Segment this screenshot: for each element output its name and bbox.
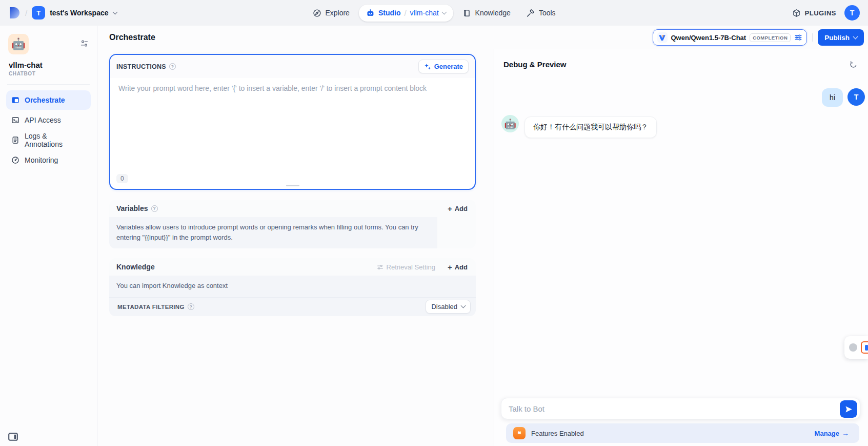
features-enabled-label: Features Enabled xyxy=(531,430,584,437)
add-label: Add xyxy=(455,263,468,271)
widget-logo-icon xyxy=(861,341,868,354)
variables-description: Variables allow users to introduce promp… xyxy=(109,217,437,248)
app-icon[interactable]: 🤖 xyxy=(8,34,29,54)
workspace-avatar[interactable]: T xyxy=(32,6,45,20)
paper-plane-icon xyxy=(844,405,853,414)
publish-button[interactable]: Publish xyxy=(818,29,864,46)
orchestrate-window-icon xyxy=(11,96,19,104)
arrow-right-icon xyxy=(842,429,849,437)
retrieval-setting-icon xyxy=(377,264,383,270)
floating-widget[interactable] xyxy=(844,336,868,359)
explore-icon xyxy=(312,9,321,17)
chat-history: hi T 🤖 你好！有什么问题我可以帮助你吗？ xyxy=(494,74,868,398)
retrieval-setting-label: Retrieval Setting xyxy=(387,263,435,271)
model-selector[interactable]: Qwen/Qwen1.5-7B-Chat COMPLETION xyxy=(653,29,808,46)
sidebar-item-label: Monitoring xyxy=(25,156,58,164)
metadata-filtering-row: METADATA FILTERING Disabled xyxy=(109,297,476,316)
features-bar: Features Enabled Manage xyxy=(506,423,859,443)
info-icon[interactable] xyxy=(188,303,194,310)
add-knowledge-button[interactable]: Add xyxy=(447,261,469,274)
chevron-down-icon[interactable] xyxy=(441,9,447,14)
plugins-label: PLUGINS xyxy=(805,9,836,17)
workspace-name[interactable]: test's Workspace xyxy=(50,9,108,17)
app-settings-icon[interactable] xyxy=(80,39,89,48)
page-title: Orchestrate xyxy=(109,33,155,42)
sidebar-item-label: Logs & Annotations xyxy=(25,132,86,148)
nav-explore[interactable]: Explore xyxy=(306,5,355,22)
plugins-button[interactable]: PLUGINS xyxy=(792,9,836,17)
knowledge-card: Knowledge Retrieval Setting Add You c xyxy=(109,258,476,316)
page-chrome: Orchestrate Qwen/Qwen1.5-7B-Chat COMPLET… xyxy=(97,26,868,49)
terminal-icon xyxy=(11,116,19,124)
logs-document-icon xyxy=(11,136,19,144)
instructions-input[interactable] xyxy=(112,79,473,174)
manage-label: Manage xyxy=(815,430,839,437)
variables-title: Variables xyxy=(116,204,148,212)
retrieval-setting-button[interactable]: Retrieval Setting xyxy=(374,263,438,272)
variables-card: Variables Add Variables allow users to i… xyxy=(109,200,476,248)
sidebar-item-logs-annotations[interactable]: Logs & Annotations xyxy=(6,130,91,150)
nav-tools[interactable]: Tools xyxy=(520,5,562,22)
nav-knowledge[interactable]: Knowledge xyxy=(456,5,517,22)
vllm-logo-icon xyxy=(657,32,668,43)
tools-hammer-icon xyxy=(526,9,535,17)
chrome-divider xyxy=(812,33,813,42)
instructions-title: INSTRUCTIONS xyxy=(116,63,166,70)
debug-preview-panel: Debug & Preview hi T 🤖 你好！有什么问题我可以帮助你吗？ xyxy=(494,49,868,446)
metadata-filtering-value: Disabled xyxy=(431,303,457,311)
resize-handle[interactable] xyxy=(286,185,299,186)
metadata-filtering-select[interactable]: Disabled xyxy=(426,300,471,314)
knowledge-description: You can import Knowledge as context xyxy=(109,276,476,297)
chevron-down-icon[interactable] xyxy=(112,9,117,14)
user-avatar[interactable]: T xyxy=(844,5,860,21)
sidebar-item-label: API Access xyxy=(25,116,61,124)
generate-button[interactable]: Generate xyxy=(418,60,469,73)
bot-avatar: 🤖 xyxy=(501,115,519,132)
sidebar-divider xyxy=(7,84,90,85)
sidebar-item-label: Orchestrate xyxy=(25,96,65,104)
chat-message-assistant: 🤖 你好！有什么问题我可以帮助你吗？ xyxy=(501,115,866,138)
top-nav: / T test's Workspace Explore Studio / vl… xyxy=(0,0,868,26)
sidebar-item-monitoring[interactable]: Monitoring xyxy=(6,150,91,170)
app-sidebar: 🤖 vllm-chat CHATBOT Orchestrate API Acce… xyxy=(0,26,97,446)
sparkles-icon xyxy=(424,63,431,70)
nav-app-label: vllm-chat xyxy=(410,9,439,17)
model-tuning-icon[interactable] xyxy=(794,33,802,42)
nav-knowledge-label: Knowledge xyxy=(475,9,511,17)
info-icon[interactable] xyxy=(169,63,176,70)
chevron-down-icon xyxy=(853,34,858,39)
chat-input[interactable] xyxy=(508,404,835,414)
metadata-filtering-label: METADATA FILTERING xyxy=(117,304,185,310)
info-icon[interactable] xyxy=(151,205,158,212)
dify-logo[interactable] xyxy=(8,6,21,20)
user-message-bubble: hi xyxy=(822,88,843,107)
sidebar-item-api-access[interactable]: API Access xyxy=(6,110,91,130)
model-name: Qwen/Qwen1.5-7B-Chat xyxy=(671,34,746,42)
nav-explore-label: Explore xyxy=(325,9,349,17)
manage-features-button[interactable]: Manage xyxy=(812,429,852,438)
chat-message-user: hi T xyxy=(501,88,866,107)
restart-conversation-icon[interactable] xyxy=(848,59,859,70)
gauge-icon xyxy=(11,156,19,164)
sidebar-item-orchestrate[interactable]: Orchestrate xyxy=(6,90,91,110)
features-quote-icon xyxy=(513,427,526,439)
app-type-badge: CHATBOT xyxy=(9,71,91,76)
chevron-down-icon xyxy=(461,303,466,308)
widget-gray-dot xyxy=(849,343,857,352)
robot-icon xyxy=(366,9,375,17)
orchestrate-panel: INSTRUCTIONS Generate 0 xyxy=(97,49,494,446)
collapse-sidebar-button[interactable] xyxy=(8,433,18,441)
publish-label: Publish xyxy=(824,34,850,42)
breadcrumb-slash: / xyxy=(25,9,27,17)
nav-studio-pill[interactable]: Studio / vllm-chat xyxy=(359,5,453,22)
chat-input-box xyxy=(501,398,860,419)
send-button[interactable] xyxy=(840,400,857,418)
add-label: Add xyxy=(455,205,468,212)
pill-slash: / xyxy=(404,9,406,17)
nav-tools-label: Tools xyxy=(539,9,556,17)
model-mode-badge: COMPLETION xyxy=(750,33,791,42)
char-count-badge: 0 xyxy=(116,174,128,183)
add-variable-button[interactable]: Add xyxy=(447,202,469,215)
knowledge-book-icon xyxy=(462,9,471,17)
instructions-card: INSTRUCTIONS Generate 0 xyxy=(109,54,476,190)
